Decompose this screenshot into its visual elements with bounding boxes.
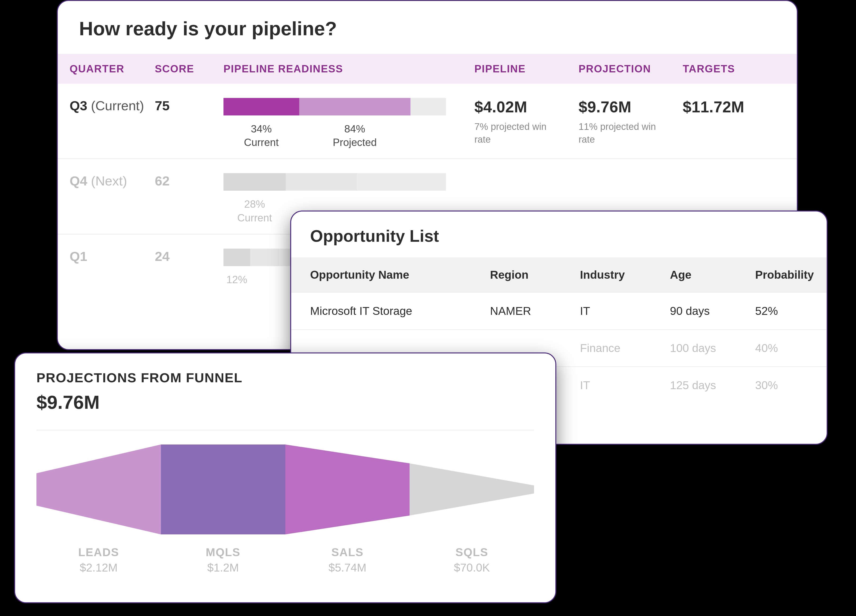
col-projection: PROJECTION xyxy=(579,63,683,75)
opp-industry: Finance xyxy=(580,342,670,355)
opportunity-row[interactable]: Microsoft IT StorageNAMERIT90 days52% xyxy=(291,292,827,329)
score-value: 24 xyxy=(155,249,223,264)
col-readiness: PIPELINE READINESS xyxy=(223,63,474,75)
funnel-title: PROJECTIONS FROM FUNNEL xyxy=(37,370,534,386)
opportunity-list-title: Opportunity List xyxy=(291,212,827,257)
projection-cell: $9.76M11% projected win rate xyxy=(579,98,683,146)
col-opp-age: Age xyxy=(670,268,755,281)
targets-value: $11.72M xyxy=(683,98,777,116)
readiness-projected-label: 84%Projected xyxy=(299,122,411,149)
opp-age: 125 days xyxy=(670,379,755,392)
quarter-label: Q1 xyxy=(69,249,155,264)
col-pipeline: PIPELINE xyxy=(474,63,579,75)
pipeline-subtext: 7% projected win rate xyxy=(474,120,555,146)
funnel-segment xyxy=(285,444,410,535)
pipeline-row[interactable]: Q3 (Current)7534%Current84%Projected$4.0… xyxy=(58,84,797,158)
pipeline-column-headers: QUARTER SCORE PIPELINE READINESS PIPELIN… xyxy=(58,54,797,84)
col-targets: TARGETS xyxy=(683,63,777,75)
col-opp-industry: Industry xyxy=(580,268,670,281)
funnel-total: $9.76M xyxy=(37,392,534,413)
opp-probability: 40% xyxy=(755,342,828,355)
readiness-current-label: 34%Current xyxy=(223,122,299,149)
funnel-segment xyxy=(161,444,285,535)
opp-probability: 30% xyxy=(755,379,828,392)
projection-subtext: 11% projected win rate xyxy=(579,120,659,146)
opp-industry: IT xyxy=(580,304,670,318)
divider xyxy=(37,430,534,430)
opp-age: 90 days xyxy=(670,304,755,318)
readiness-current-label: 12% xyxy=(223,273,250,286)
funnel-stage-label: SQLS$70.0K xyxy=(410,546,534,574)
col-opp-region: Region xyxy=(490,268,580,281)
col-quarter: QUARTER xyxy=(69,63,155,75)
pipeline-value: $4.02M xyxy=(474,98,579,116)
score-value: 62 xyxy=(155,173,223,189)
col-opp-name: Opportunity Name xyxy=(310,268,490,281)
funnel-segment xyxy=(410,464,534,515)
funnel-projections-card: PROJECTIONS FROM FUNNEL $9.76M LEADS$2.1… xyxy=(14,352,556,603)
funnel-stage-label: MQLS$1.2M xyxy=(161,546,285,574)
quarter-label: Q4 (Next) xyxy=(69,173,155,189)
opp-probability: 52% xyxy=(755,304,828,318)
targets-cell: $11.72M xyxy=(683,98,777,116)
funnel-segment xyxy=(37,444,161,535)
readiness-current-label: 28%Current xyxy=(223,197,286,224)
opportunity-column-headers: Opportunity Name Region Industry Age Pro… xyxy=(291,257,827,292)
opp-region: NAMER xyxy=(490,304,580,318)
pipeline-title: How ready is your pipeline? xyxy=(58,1,797,54)
readiness-bar: 34%Current84%Projected xyxy=(223,98,446,149)
readiness-projected-label xyxy=(250,273,279,286)
col-score: SCORE xyxy=(155,63,223,75)
funnel-stage-label: LEADS$2.12M xyxy=(37,546,161,574)
funnel-stage-label: SALS$5.74M xyxy=(285,546,410,574)
projection-value: $9.76M xyxy=(579,98,683,116)
funnel-chart xyxy=(37,444,534,535)
opp-industry: IT xyxy=(580,379,670,392)
pipeline-cell: $4.02M7% projected win rate xyxy=(474,98,579,146)
quarter-label: Q3 (Current) xyxy=(69,98,155,113)
opp-name: Microsoft IT Storage xyxy=(310,304,490,318)
score-value: 75 xyxy=(155,98,223,113)
opp-age: 100 days xyxy=(670,342,755,355)
col-opp-probability: Probability xyxy=(755,268,828,281)
